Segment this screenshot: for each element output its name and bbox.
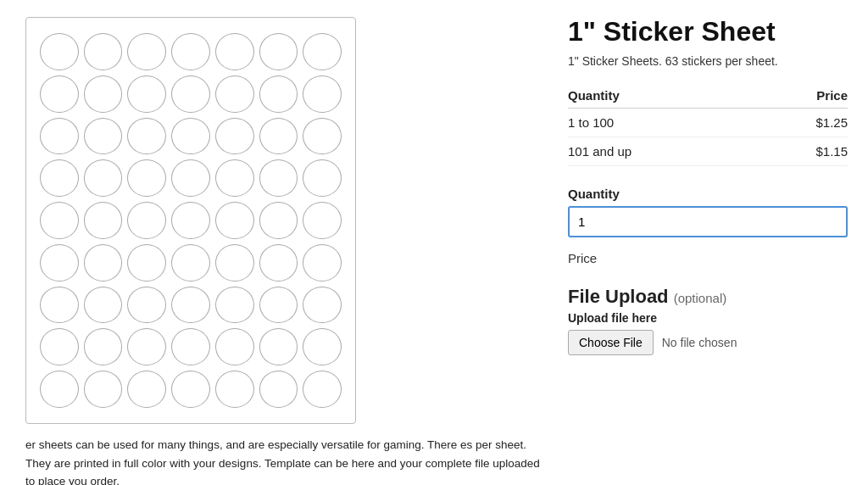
upload-file-label: Upload file here [568, 311, 848, 325]
pricing-table: Quantity Price 1 to 100$1.25101 and up$1… [568, 83, 848, 166]
optional-label: (optional) [674, 291, 727, 305]
sticker-circle [215, 118, 254, 155]
sticker-circle [40, 75, 79, 113]
file-upload-title: File Upload (optional) [568, 286, 848, 308]
sticker-circle [303, 75, 342, 113]
sticker-circle [303, 159, 342, 197]
sticker-circle [84, 202, 123, 239]
sticker-circle [127, 159, 166, 197]
sticker-circle [171, 287, 210, 324]
sticker-circle [303, 202, 342, 239]
price-value: $1.15 [754, 137, 848, 166]
sticker-circle [171, 328, 210, 365]
sticker-circle [171, 371, 210, 408]
sticker-circle [40, 33, 79, 70]
file-upload-section: File Upload (optional) Upload file here … [568, 286, 848, 355]
sticker-circle [303, 371, 342, 408]
quantity-header: Quantity [568, 83, 754, 109]
sticker-circle [40, 202, 79, 239]
sticker-circle [259, 118, 298, 155]
sticker-circle [127, 75, 166, 113]
price-table-row: 1 to 100$1.25 [568, 109, 848, 137]
sticker-circle [171, 118, 210, 155]
sticker-circle [259, 328, 298, 365]
sticker-circle [127, 118, 166, 155]
sticker-circle [215, 328, 254, 365]
price-display-label: Price [568, 251, 848, 265]
right-panel: 1" Sticker Sheet 1" Sticker Sheets. 63 s… [559, 0, 868, 485]
sticker-circle [127, 33, 166, 70]
sticker-circle [84, 371, 123, 408]
product-description: er sheets can be used for many things, a… [25, 436, 542, 485]
sticker-circle [303, 244, 342, 282]
sticker-circle [215, 371, 254, 408]
sticker-circle [303, 33, 342, 70]
sticker-circle [171, 75, 210, 113]
sticker-circle [259, 287, 298, 324]
sticker-circle [171, 202, 210, 239]
sticker-circle [215, 202, 254, 239]
sticker-circle [84, 33, 123, 70]
sticker-circle [127, 287, 166, 324]
sticker-circle [40, 159, 79, 197]
sticker-sheet-preview [25, 17, 356, 424]
sticker-circle [40, 371, 79, 408]
sticker-circle [259, 244, 298, 282]
sticker-circle [215, 33, 254, 70]
quantity-label: Quantity [568, 187, 848, 201]
choose-file-button[interactable]: Choose File [568, 330, 654, 355]
sticker-circle [259, 33, 298, 70]
sticker-circle [215, 244, 254, 282]
sticker-circle [84, 159, 123, 197]
sticker-circle [40, 118, 79, 155]
sticker-circle [259, 159, 298, 197]
sticker-circle [84, 328, 123, 365]
sticker-circle [215, 159, 254, 197]
sticker-circle [259, 202, 298, 239]
file-input-row: Choose File No file chosen [568, 330, 848, 355]
sticker-circle [84, 118, 123, 155]
quantity-input[interactable] [568, 206, 848, 237]
product-subtitle: 1" Sticker Sheets. 63 stickers per sheet… [568, 54, 848, 68]
sticker-circle [171, 159, 210, 197]
sticker-circle [40, 287, 79, 324]
left-panel: er sheets can be used for many things, a… [0, 0, 559, 485]
sticker-circle [127, 244, 166, 282]
price-header: Price [754, 83, 848, 109]
sticker-circle [84, 287, 123, 324]
sticker-circle [171, 33, 210, 70]
sticker-circle [127, 371, 166, 408]
sticker-circle [259, 75, 298, 113]
sticker-circle [127, 328, 166, 365]
sticker-circle [127, 202, 166, 239]
sticker-circle [40, 328, 79, 365]
product-title: 1" Sticker Sheet [568, 15, 848, 47]
sticker-circle [303, 287, 342, 324]
sticker-circle [84, 75, 123, 113]
sticker-circle [215, 287, 254, 324]
sticker-circle [303, 118, 342, 155]
circle-grid [40, 33, 342, 408]
quantity-range: 101 and up [568, 137, 754, 166]
sticker-circle [215, 75, 254, 113]
price-value: $1.25 [754, 109, 848, 137]
quantity-range: 1 to 100 [568, 109, 754, 137]
sticker-circle [303, 328, 342, 365]
sticker-circle [84, 244, 123, 282]
sticker-circle [259, 371, 298, 408]
sticker-circle [171, 244, 210, 282]
price-table-row: 101 and up$1.15 [568, 137, 848, 166]
no-file-text: No file chosen [662, 336, 737, 349]
sticker-circle [40, 244, 79, 282]
